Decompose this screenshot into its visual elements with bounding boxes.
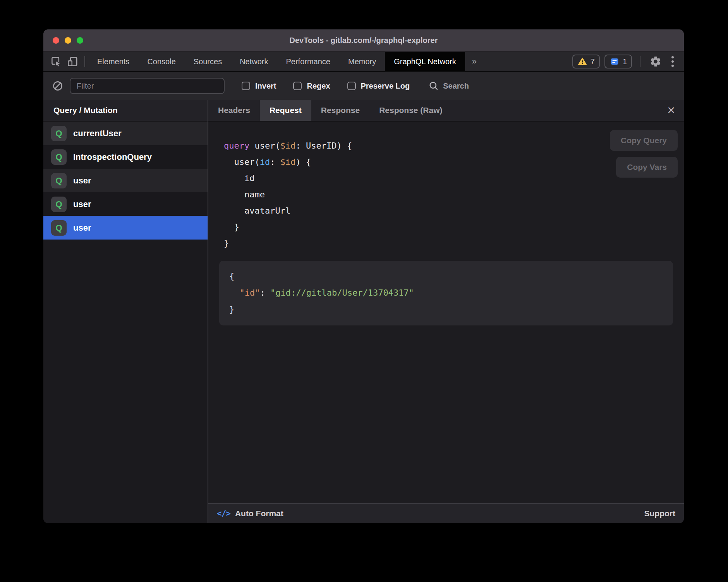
panel-content: Query / Mutation QcurrentUserQIntrospect… (43, 100, 684, 523)
detail-footer: </> Auto Format Support (208, 503, 684, 523)
query-list-item-introspectionquery[interactable]: QIntrospectionQuery (43, 145, 208, 169)
devtools-tab-sources[interactable]: Sources (185, 52, 231, 71)
query-list-item-currentuser[interactable]: QcurrentUser (43, 122, 208, 145)
detail-tab-response[interactable]: Response (311, 100, 369, 121)
devtools-tab-network[interactable]: Network (231, 52, 277, 71)
search-icon (428, 80, 439, 91)
traffic-lights (53, 29, 83, 51)
code-line: avatarUrl (224, 203, 684, 219)
devtools-tabbar: ElementsConsoleSourcesNetworkPerformance… (43, 52, 684, 72)
search-label: Search (443, 82, 469, 91)
toolbar-separator (640, 56, 640, 67)
search-control[interactable]: Search (428, 80, 469, 91)
query-type-badge: Q (51, 173, 67, 188)
filter-checkbox-regex[interactable]: Regex (293, 82, 330, 91)
warning-triangle-icon (577, 57, 587, 66)
settings-button[interactable] (648, 54, 663, 69)
query-type-badge: Q (51, 197, 67, 212)
close-icon: ✕ (667, 104, 675, 116)
query-item-label: IntrospectionQuery (73, 152, 152, 162)
query-type-badge: Q (51, 149, 67, 165)
toolbar-separator (84, 56, 85, 67)
query-list-item-user[interactable]: Quser (43, 216, 208, 240)
checkbox-label: Regex (307, 82, 330, 91)
kebab-menu-icon (671, 60, 674, 63)
filter-checkboxes: InvertRegexPreserve Log (225, 82, 410, 91)
inspect-element-button[interactable] (49, 54, 64, 69)
request-detail-pane: HeadersRequestResponseResponse (Raw) ✕ C… (208, 100, 684, 523)
query-list-item-user[interactable]: Quser (43, 192, 208, 216)
inspect-cursor-icon (50, 56, 62, 67)
close-window-button[interactable] (53, 37, 59, 44)
clear-log-button[interactable] (52, 80, 64, 92)
query-list-header: Query / Mutation (43, 100, 208, 122)
code-line: } (224, 235, 684, 252)
chevron-double-right-icon: » (472, 56, 477, 67)
filter-checkbox-preserve-log[interactable]: Preserve Log (347, 82, 410, 91)
query-item-label: currentUser (73, 128, 122, 139)
devtools-tab-graphql-network[interactable]: GraphQL Network (385, 52, 465, 71)
query-sidebar: Query / Mutation QcurrentUserQIntrospect… (43, 100, 208, 523)
tabbar-right-tools: 7 1 (572, 52, 684, 71)
title-bar[interactable]: DevTools - gitlab.com/-/graphql-explorer (43, 29, 684, 52)
filter-checkbox-invert[interactable]: Invert (242, 82, 276, 91)
window-title: DevTools - gitlab.com/-/graphql-explorer (289, 36, 438, 45)
query-item-label: user (73, 176, 91, 186)
support-link[interactable]: Support (644, 509, 675, 518)
device-toolbar-icon (67, 56, 78, 67)
detail-tab-request[interactable]: Request (260, 100, 311, 121)
minimize-window-button[interactable] (65, 37, 71, 44)
copy-buttons: Copy Query Copy Vars (610, 130, 678, 178)
query-type-badge: Q (51, 220, 67, 236)
query-variables-box: { "id": "gid://gitlab/User/13704317"} (219, 261, 673, 325)
checkbox-icon[interactable] (347, 82, 356, 90)
checkbox-label: Invert (255, 82, 276, 91)
code-line: } (224, 219, 684, 235)
copy-query-button[interactable]: Copy Query (610, 130, 678, 151)
kebab-menu-icon (671, 56, 674, 58)
fullscreen-window-button[interactable] (77, 37, 83, 44)
query-item-label: user (73, 199, 91, 209)
checkbox-icon[interactable] (293, 82, 302, 90)
filter-toolbar: InvertRegexPreserve Log Search (43, 72, 684, 100)
messages-badge[interactable]: 1 (604, 55, 632, 68)
warnings-count: 7 (591, 57, 595, 66)
detail-tab-response-raw[interactable]: Response (Raw) (369, 100, 452, 121)
code-line: name (224, 187, 684, 203)
devtools-tab-performance[interactable]: Performance (277, 52, 340, 71)
kebab-menu-icon (671, 65, 674, 67)
more-options-button[interactable] (668, 56, 678, 67)
devtools-window: DevTools - gitlab.com/-/graphql-explorer (43, 29, 684, 523)
query-item-label: user (73, 223, 91, 233)
checkbox-label: Preserve Log (361, 82, 410, 91)
block-icon (52, 80, 64, 92)
code-line: { (229, 268, 663, 284)
devtools-tab-console[interactable]: Console (138, 52, 184, 71)
code-icon: </> (217, 509, 230, 518)
request-tab-body: Copy Query Copy Vars query user($id: Use… (208, 122, 684, 503)
gear-icon (649, 55, 662, 68)
message-icon (610, 57, 620, 66)
checkbox-icon[interactable] (242, 82, 250, 90)
devtools-tab-memory[interactable]: Memory (339, 52, 385, 71)
query-list-item-user[interactable]: Quser (43, 169, 208, 192)
tabbar-left-tools (43, 52, 88, 71)
detail-tabs: HeadersRequestResponseResponse (Raw) (208, 100, 452, 121)
devtools-panel-tabs: ElementsConsoleSourcesNetworkPerformance… (88, 52, 465, 71)
query-type-badge: Q (51, 126, 67, 141)
messages-count: 1 (623, 57, 627, 66)
more-tabs-button[interactable]: » (465, 52, 484, 71)
close-detail-button[interactable]: ✕ (667, 105, 675, 115)
query-list: QcurrentUserQIntrospectionQueryQuserQuse… (43, 122, 208, 523)
warnings-badge[interactable]: 7 (572, 55, 600, 68)
detail-tabbar: HeadersRequestResponseResponse (Raw) ✕ (208, 100, 684, 122)
copy-vars-button[interactable]: Copy Vars (616, 157, 678, 178)
device-toolbar-button[interactable] (65, 54, 80, 69)
filter-input[interactable] (70, 78, 225, 94)
auto-format-button[interactable]: </> Auto Format (217, 509, 283, 518)
code-line: } (229, 301, 663, 318)
devtools-tab-elements[interactable]: Elements (88, 52, 138, 71)
detail-tab-headers[interactable]: Headers (208, 100, 260, 121)
auto-format-label: Auto Format (235, 509, 283, 518)
code-line: "id": "gid://gitlab/User/13704317" (229, 284, 663, 301)
